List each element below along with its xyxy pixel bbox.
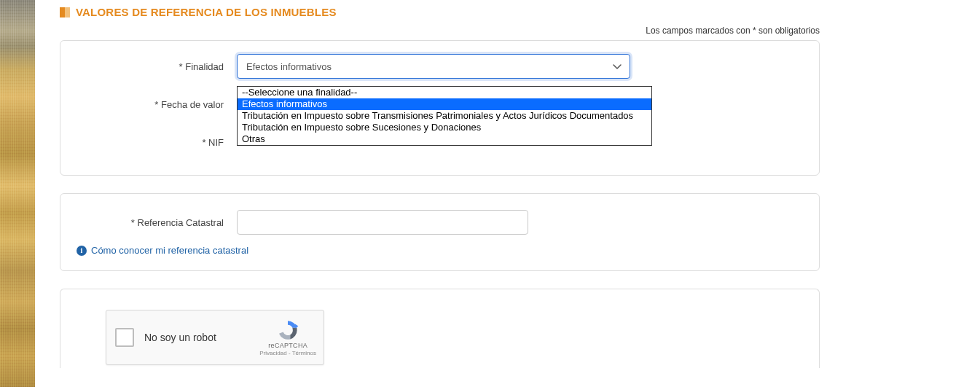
help-link-text: Cómo conocer mi referencia catastral xyxy=(91,245,248,256)
dropdown-option[interactable]: Tributación en Impuesto sobre Sucesiones… xyxy=(238,122,651,133)
sidebar-image-band xyxy=(0,0,35,387)
label-nif: * NIF xyxy=(77,137,237,148)
row-referencia: * Referencia Catastral xyxy=(77,210,803,235)
dropdown-option[interactable]: Otras xyxy=(238,133,651,145)
chevron-down-icon xyxy=(612,61,622,71)
recaptcha-checkbox[interactable] xyxy=(115,328,134,347)
row-finalidad: * Finalidad Efectos informativos --Selec… xyxy=(77,54,803,79)
page-title-row: VALORES DE REFERENCIA DE LOS INMUEBLES xyxy=(60,6,980,18)
dropdown-option[interactable]: --Seleccione una finalidad-- xyxy=(238,87,651,98)
select-finalidad[interactable]: Efectos informativos --Seleccione una fi… xyxy=(237,54,630,79)
recaptcha-label: No soy un robot xyxy=(144,332,255,343)
dropdown-finalidad[interactable]: --Seleccione una finalidad--Efectos info… xyxy=(237,86,652,146)
panel-captcha: No soy un robot reCAPTCHA Privacidad - T… xyxy=(60,289,820,368)
recaptcha-legal: Privacidad - Términos xyxy=(259,351,316,357)
recaptcha-widget[interactable]: No soy un robot reCAPTCHA Privacidad - T… xyxy=(106,310,324,365)
recaptcha-brand-name: reCAPTCHA xyxy=(268,343,307,350)
label-finalidad: * Finalidad xyxy=(77,61,237,72)
select-finalidad-display[interactable]: Efectos informativos xyxy=(237,54,630,79)
page-title: VALORES DE REFERENCIA DE LOS INMUEBLES xyxy=(76,6,337,18)
referencia-catastral-input[interactable] xyxy=(237,210,528,235)
dropdown-option[interactable]: Efectos informativos xyxy=(238,98,651,110)
help-link-referencia[interactable]: i Cómo conocer mi referencia catastral xyxy=(77,245,248,256)
page-content: VALORES DE REFERENCIA DE LOS INMUEBLES L… xyxy=(60,0,980,368)
required-fields-note: Los campos marcados con * son obligatori… xyxy=(60,26,980,36)
panel-identification: * Finalidad Efectos informativos --Selec… xyxy=(60,40,820,176)
info-icon: i xyxy=(77,246,87,256)
title-square-icon xyxy=(60,7,70,17)
panel-referencia: * Referencia Catastral i Cómo conocer mi… xyxy=(60,193,820,271)
select-finalidad-value: Efectos informativos xyxy=(246,61,332,72)
recaptcha-brand: reCAPTCHA Privacidad - Términos xyxy=(259,318,316,357)
dropdown-option[interactable]: Tributación en Impuesto sobre Transmisio… xyxy=(238,110,651,122)
label-referencia: * Referencia Catastral xyxy=(77,217,237,228)
label-fecha-valor: * Fecha de valor xyxy=(77,99,237,110)
recaptcha-icon xyxy=(276,318,299,342)
